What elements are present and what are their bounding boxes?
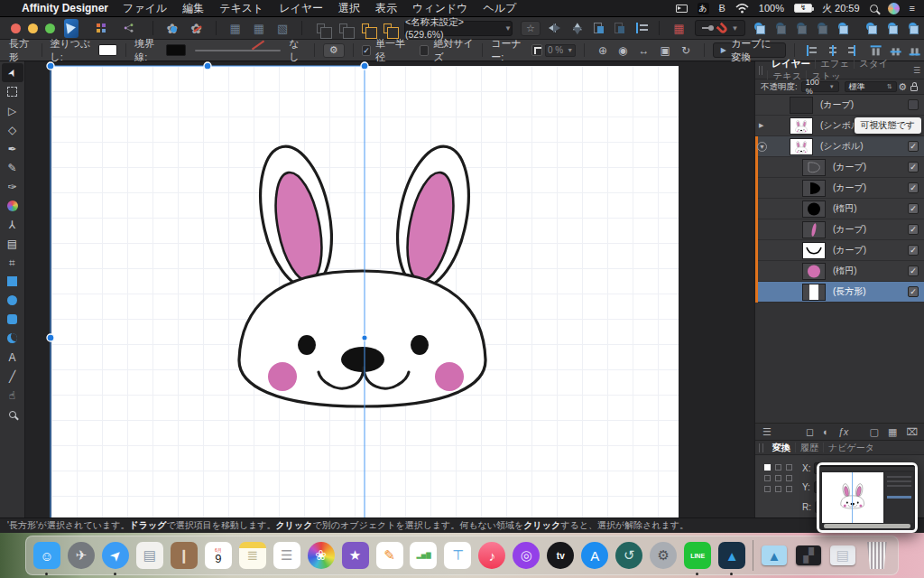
dock-item-trash[interactable] bbox=[864, 542, 891, 569]
dock-item-safari-window-thumb[interactable]: ▤ bbox=[829, 542, 856, 569]
scale-stroke-icon[interactable]: ↔ bbox=[639, 44, 650, 57]
view-tool[interactable]: ☝ bbox=[2, 386, 23, 405]
menu-テキスト[interactable]: テキスト bbox=[219, 2, 263, 14]
transparency-tool[interactable]: ⅄ bbox=[2, 215, 23, 234]
layer-visibility-checkbox[interactable]: ✓ bbox=[908, 224, 919, 235]
menu-選択[interactable]: 選択 bbox=[338, 2, 360, 14]
tab-履歴[interactable]: 履歴 bbox=[795, 443, 823, 452]
artboard-tool[interactable] bbox=[2, 82, 23, 101]
panel-grip[interactable] bbox=[759, 66, 762, 75]
geometry-trim-icon[interactable] bbox=[909, 23, 919, 34]
dock-item-finder[interactable]: ☺ bbox=[33, 542, 60, 569]
dock-item-pages[interactable]: ✎ bbox=[376, 542, 403, 569]
node-tool[interactable]: ▷ bbox=[2, 101, 23, 120]
dock-item-mail[interactable]: ▤ bbox=[136, 542, 163, 569]
zoom-tool[interactable] bbox=[2, 405, 23, 424]
move-to-back-icon[interactable] bbox=[317, 23, 325, 33]
dock-item-launchpad[interactable]: ✈ bbox=[68, 542, 95, 569]
transform-objects-icon[interactable]: ▣ bbox=[661, 44, 670, 57]
layer-row[interactable]: (楕円)✓ bbox=[755, 261, 924, 282]
grid-options-icon[interactable]: ▦ bbox=[229, 22, 240, 35]
dock-item-imovie[interactable]: ★ bbox=[342, 542, 369, 569]
convert-to-curves-button[interactable]: ▶ カーブに変換 bbox=[713, 42, 786, 58]
dock-item-game-window-thumb[interactable]: ▞ bbox=[795, 542, 822, 569]
layer-visibility-checkbox[interactable]: ✓ bbox=[908, 141, 919, 152]
close-window-button[interactable] bbox=[11, 23, 21, 33]
guides-options-icon[interactable]: ▦ bbox=[254, 22, 264, 35]
delete-layer-icon[interactable]: ⌧ bbox=[906, 426, 918, 438]
snapping-grid-icon[interactable]: ▦ bbox=[673, 22, 684, 35]
dock-item-music[interactable]: ♪ bbox=[478, 542, 505, 569]
adjustment-layer-icon[interactable]: ◐ bbox=[823, 426, 829, 437]
rectangle-tool[interactable] bbox=[2, 272, 23, 291]
dock-item-app-store[interactable]: A bbox=[581, 542, 608, 569]
layer-visibility-checkbox[interactable]: ✓ bbox=[908, 286, 919, 297]
corner-type-button[interactable] bbox=[531, 44, 542, 56]
blend-mode-dropdown[interactable]: 標準 ⇅ bbox=[845, 81, 897, 92]
layer-row[interactable]: (カーブ)✓ bbox=[755, 240, 924, 261]
crescent-tool[interactable] bbox=[2, 329, 23, 348]
dock-item-affinity-window-thumb[interactable]: ▲ bbox=[761, 542, 788, 569]
absolute-size-checkbox[interactable]: ✓ bbox=[420, 45, 429, 56]
tab-エフェ[interactable]: エフェ bbox=[815, 58, 854, 69]
dock-item-notes[interactable]: ≣ bbox=[239, 542, 266, 569]
color-picker-tool[interactable]: ╱ bbox=[2, 367, 23, 386]
dock-item-contacts[interactable]: ❙ bbox=[171, 542, 198, 569]
dock-item-photos[interactable]: ❀ bbox=[308, 542, 335, 569]
text-tool[interactable]: A bbox=[2, 348, 23, 367]
layer-stack-icon[interactable]: ☰ bbox=[762, 426, 772, 438]
boolean-add-icon[interactable] bbox=[754, 23, 764, 34]
cycle-selection-box-icon[interactable]: ⊕ bbox=[598, 44, 607, 57]
layer-row[interactable]: (カーブ)✓ bbox=[755, 178, 924, 199]
boolean-divide-icon[interactable] bbox=[818, 23, 827, 34]
panel-grip[interactable] bbox=[759, 443, 763, 452]
forward-one-icon[interactable] bbox=[614, 23, 623, 33]
fill-swatch[interactable] bbox=[98, 44, 117, 56]
tab-スタイ[interactable]: スタイ bbox=[854, 58, 892, 69]
stroke-swatch[interactable] bbox=[166, 44, 185, 56]
flip-vertical-icon[interactable] bbox=[570, 23, 582, 34]
rotate-icon[interactable]: ↻ bbox=[681, 44, 690, 57]
flip-horizontal-icon[interactable] bbox=[549, 23, 560, 34]
dock-item-safari[interactable]: ➤ bbox=[102, 542, 129, 569]
layer-visibility-checkbox[interactable]: ✓ bbox=[908, 203, 919, 214]
panel-menu-icon[interactable]: ☰ bbox=[913, 66, 924, 75]
place-image-tool[interactable]: ▤ bbox=[2, 234, 23, 253]
favorites-button[interactable]: ☆ bbox=[521, 21, 541, 36]
dock-item-apple-tv[interactable]: tv bbox=[547, 542, 574, 569]
dock-item-time-machine[interactable]: ↺ bbox=[615, 542, 642, 569]
insert-inside-icon[interactable]: ✿ bbox=[167, 22, 179, 35]
app-menu-title[interactable]: Affinity Designer bbox=[22, 2, 108, 14]
layer-row[interactable]: (カーブ)✓ bbox=[755, 95, 924, 116]
rounded-rectangle-tool[interactable] bbox=[2, 310, 23, 329]
wifi-icon[interactable] bbox=[735, 4, 749, 14]
ellipse-tool[interactable] bbox=[2, 291, 23, 310]
minimize-window-button[interactable] bbox=[28, 23, 38, 33]
pixel-persona-icon[interactable] bbox=[97, 23, 103, 33]
layer-row[interactable]: (カーブ)✓ bbox=[755, 157, 924, 178]
dock-item-calendar[interactable]: 6月9 bbox=[205, 542, 232, 569]
menu-ウィンドウ[interactable]: ウィンドウ bbox=[412, 2, 467, 14]
layer-visibility-checkbox[interactable]: ✓ bbox=[908, 245, 919, 256]
stroke-settings-button[interactable]: ⚙ bbox=[323, 43, 346, 58]
notification-center-icon[interactable]: ≡ bbox=[910, 3, 915, 14]
lock-icon[interactable] bbox=[910, 82, 918, 91]
alignment-icon[interactable] bbox=[636, 23, 645, 33]
show-selection-icon[interactable]: ◉ bbox=[618, 44, 627, 57]
boolean-intersect-icon[interactable] bbox=[797, 23, 807, 34]
single-radius-checkbox[interactable]: ✓ bbox=[362, 45, 371, 56]
disclosure-collapsed-icon[interactable]: ▶ bbox=[759, 122, 763, 129]
dock-item-reminders[interactable]: ☰ bbox=[273, 542, 300, 569]
screenshot-preview-thumbnail[interactable] bbox=[817, 462, 918, 533]
spotlight-icon[interactable] bbox=[870, 5, 878, 13]
align-middle-icon[interactable] bbox=[890, 45, 901, 55]
disclosure-expanded-icon[interactable]: ▼ bbox=[757, 142, 767, 152]
menu-編集[interactable]: 編集 bbox=[182, 2, 204, 14]
boolean-subtract-icon[interactable] bbox=[776, 23, 786, 34]
align-center-icon[interactable] bbox=[827, 45, 836, 56]
move-to-front-icon[interactable] bbox=[339, 23, 347, 33]
document-title-dropdown[interactable]: <名称未設定> (529.6%) ▼ bbox=[404, 21, 513, 36]
corner-radius-dropdown[interactable]: 0 % ▼ bbox=[545, 44, 576, 57]
layer-visibility-checkbox[interactable]: ✓ bbox=[908, 266, 919, 276]
designer-persona-icon[interactable] bbox=[64, 19, 79, 38]
